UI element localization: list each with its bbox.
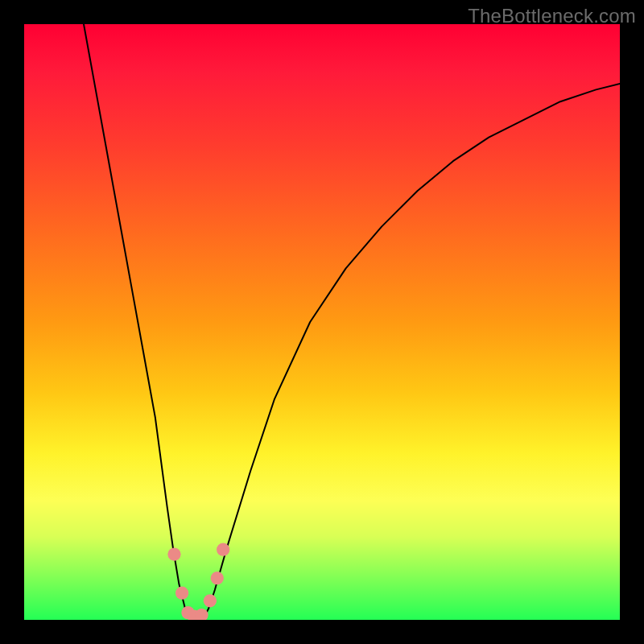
curve-bottleneck-curve xyxy=(84,24,620,620)
marker-5 xyxy=(195,609,208,620)
marker-6 xyxy=(204,594,217,607)
marker-8 xyxy=(217,543,229,556)
watermark-text: TheBottleneck.com xyxy=(468,5,636,27)
marker-2 xyxy=(175,587,188,600)
marker-7 xyxy=(211,572,224,584)
plot-area xyxy=(24,24,620,620)
marker-1 xyxy=(167,547,180,560)
chart-frame: TheBottleneck.com xyxy=(0,0,644,644)
bottleneck-chart xyxy=(24,24,620,620)
